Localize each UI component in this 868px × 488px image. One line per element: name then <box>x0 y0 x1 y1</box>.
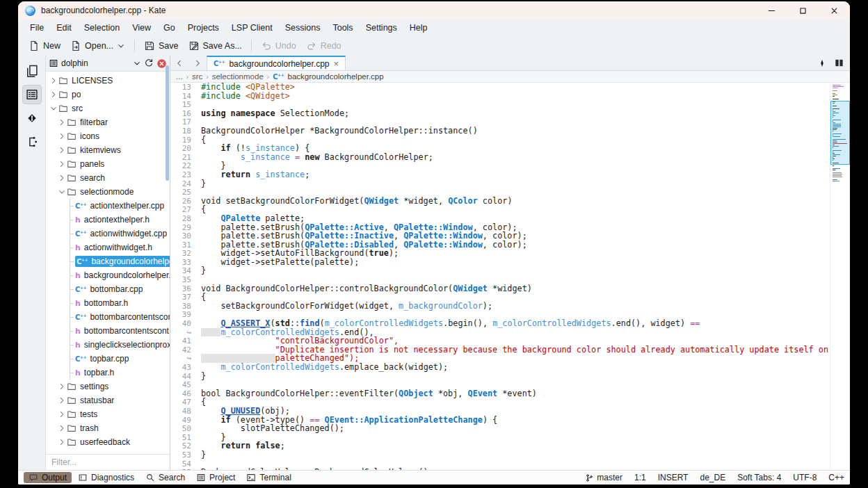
status-soft-tabs-4[interactable]: Soft Tabs: 4 <box>737 473 781 482</box>
tab-backgroundcolorhelper[interactable]: C⁺⁺ backgroundcolorhelper.cpp × <box>207 56 346 70</box>
breadcrumb-part[interactable]: selectionmode <box>212 72 264 81</box>
statusbar-terminal-button[interactable]: Terminal <box>241 472 296 483</box>
menu-tools[interactable]: Tools <box>326 21 359 35</box>
code-line-53[interactable]: 53} <box>170 450 830 459</box>
tree-item-tests[interactable]: tests <box>46 407 170 421</box>
tree-item-bottombar-h[interactable]: hbottombar.h <box>46 296 170 310</box>
chevron-right-icon[interactable] <box>57 160 67 168</box>
tree-item-topbar-cpp[interactable]: C⁺⁺topbar.cpp <box>46 352 170 366</box>
undo-button[interactable]: Undo <box>256 38 301 54</box>
menu-projects[interactable]: Projects <box>182 21 225 35</box>
sidebar-tool-symbols[interactable] <box>22 132 42 152</box>
back-button[interactable] <box>170 56 188 70</box>
saveas-button[interactable]: Save As... <box>184 38 247 54</box>
tree-item-settings[interactable]: settings <box>46 380 170 393</box>
tree-item-singleclickselectionproxy-[interactable]: hsingleclickselectionproxy... <box>46 338 170 352</box>
code-line-16[interactable]: 16using namespace SelectionMode; <box>170 109 830 118</box>
chevron-down-icon[interactable] <box>133 59 141 67</box>
minimize-button[interactable] <box>756 1 787 19</box>
maximize-button[interactable] <box>787 1 819 19</box>
breadcrumb-part[interactable]: src <box>192 72 202 81</box>
menu-selection[interactable]: Selection <box>78 21 126 35</box>
tree-item-filterbar[interactable]: filterbar <box>46 115 170 129</box>
statusbar-search-button[interactable]: Search <box>140 472 190 483</box>
statusbar-output-button[interactable]: Output <box>24 472 72 483</box>
tree-item-bottombarcontentscont-[interactable]: hbottombarcontentscont... <box>46 324 170 338</box>
code-line-33[interactable]: 33 widget->setPalette(palette); <box>170 258 830 267</box>
menu-lsp-client[interactable]: LSP Client <box>225 21 279 35</box>
status-de-de[interactable]: de_DE <box>700 473 725 482</box>
menu-go[interactable]: Go <box>157 21 182 35</box>
status-1-1[interactable]: 1:1 <box>634 473 646 482</box>
code-line-24[interactable]: 24} <box>170 179 830 188</box>
status-insert[interactable]: INSERT <box>658 473 689 482</box>
chevron-right-icon[interactable] <box>57 118 67 127</box>
close-button[interactable] <box>819 1 850 19</box>
project-selector[interactable]: dolphin <box>46 56 170 72</box>
chevron-right-icon[interactable] <box>57 438 67 446</box>
statusbar-diagnostics-button[interactable]: Diagnostics <box>73 472 139 483</box>
tree-item-trash[interactable]: trash <box>46 421 170 435</box>
open-button[interactable]: Open... <box>65 38 130 54</box>
tree-item-backgroundcolorhelper-c-[interactable]: C⁺⁺backgroundcolorhelper.c... <box>46 254 170 268</box>
code-line-14[interactable]: 14#include <QWidget> <box>170 92 830 101</box>
menu-edit[interactable]: Edit <box>50 21 78 35</box>
tree-scrollbar[interactable] <box>166 65 169 181</box>
tree-item-actiontexthelper-h[interactable]: hactiontexthelper.h <box>46 213 170 227</box>
code-line-42[interactable]: 42 "Duplicate insertion is not necessary… <box>170 345 830 355</box>
redo-button[interactable]: Redo <box>301 38 346 54</box>
code-line-18[interactable]: 18BackgroundColorHelper *BackgroundColor… <box>170 127 830 136</box>
tree-item-panels[interactable]: panels <box>46 157 170 171</box>
code-line-38[interactable]: 38 setBackgroundColorForWidget(widget, m… <box>170 302 830 311</box>
chevron-right-icon[interactable] <box>49 76 58 85</box>
status-c-[interactable]: C++ <box>828 473 844 482</box>
tree-item-bottombarcontentscont-[interactable]: C⁺⁺bottombarcontentscont... <box>46 310 170 324</box>
sidebar-tool-git[interactable] <box>22 108 42 128</box>
sidebar-tool-projects[interactable] <box>22 85 42 104</box>
status-master[interactable]: master <box>585 473 622 482</box>
chevron-down-icon[interactable] <box>57 188 67 196</box>
chevron-right-icon[interactable] <box>57 396 67 405</box>
breadcrumb-file[interactable]: backgroundcolorhelper.cpp <box>288 72 384 81</box>
tree-item-userfeedback[interactable]: userfeedback <box>46 435 170 449</box>
chevron-right-icon[interactable] <box>49 90 58 99</box>
save-button[interactable]: Save <box>139 38 184 54</box>
menu-file[interactable]: File <box>24 21 50 35</box>
code-line-44[interactable]: 44} <box>170 372 830 381</box>
breadcrumb-overflow[interactable]: ... <box>176 72 183 81</box>
code-line-34[interactable]: 34} <box>170 266 830 275</box>
tree-item-icons[interactable]: icons <box>46 129 170 143</box>
code-line-52[interactable]: 52 return false; <box>170 441 830 450</box>
chevron-right-icon[interactable] <box>57 132 67 140</box>
tree-item-topbar-h[interactable]: htopbar.h <box>46 366 170 380</box>
tree-item-search[interactable]: search <box>46 171 170 185</box>
code-line-46[interactable]: 46bool BackgroundColorHelper::eventFilte… <box>170 389 830 398</box>
tree-item-licenses[interactable]: LICENSES <box>46 74 170 88</box>
statusbar-project-button[interactable]: Project <box>191 472 240 483</box>
tree-item-kitemviews[interactable]: kitemviews <box>46 143 170 157</box>
code-view[interactable]: 13#include <QPalette>14#include <QWidget… <box>170 83 830 470</box>
minimap-scrollbar[interactable] <box>830 83 850 470</box>
tree-item-bottombar-cpp[interactable]: C⁺⁺bottombar.cpp <box>46 282 170 296</box>
status-utf-8[interactable]: UTF-8 <box>793 473 817 482</box>
sidebar-tool-documents[interactable] <box>22 61 42 81</box>
tree-item-backgroundcolorhelper-h[interactable]: hbackgroundcolorhelper.h <box>46 268 170 282</box>
tree-item-statusbar[interactable]: statusbar <box>46 393 170 407</box>
tree-item-actionwithwidget-cpp[interactable]: C⁺⁺actionwithwidget.cpp <box>46 227 170 241</box>
new-button[interactable]: New <box>24 38 65 54</box>
chevron-down-icon[interactable] <box>49 104 58 113</box>
minimap-viewport[interactable] <box>830 101 850 165</box>
code-line-23[interactable]: 23 return s_instance; <box>170 170 830 179</box>
tree-item-actionwithwidget-h[interactable]: hactionwithwidget.h <box>46 241 170 254</box>
chevron-right-icon[interactable] <box>57 410 67 418</box>
tree-item-src[interactable]: src <box>46 101 170 115</box>
menu-view[interactable]: View <box>126 21 157 35</box>
menu-settings[interactable]: Settings <box>360 21 403 35</box>
menu-help[interactable]: Help <box>403 21 434 35</box>
tree-item-selectionmode[interactable]: selectionmode <box>46 185 170 199</box>
tree-item-actiontexthelper-cpp[interactable]: C⁺⁺actiontexthelper.cpp <box>46 199 170 213</box>
chevron-right-icon[interactable] <box>57 174 67 182</box>
forward-button[interactable] <box>188 56 207 70</box>
filter-input[interactable] <box>46 455 170 470</box>
refresh-icon[interactable] <box>144 58 154 68</box>
